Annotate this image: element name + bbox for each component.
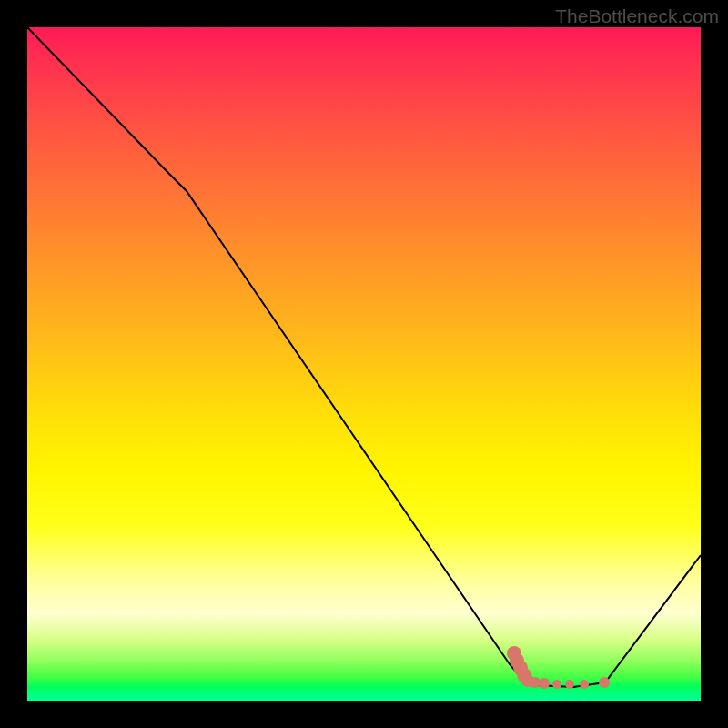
chart-curve: [27, 27, 701, 701]
chart-marker: [565, 680, 574, 689]
chart-marker: [599, 677, 610, 688]
chart-marker: [552, 680, 561, 689]
chart-marker: [539, 678, 550, 689]
watermark-text: TheBottleneck.com: [555, 5, 719, 27]
chart-marker: [580, 680, 589, 689]
chart-plot-area: [27, 27, 701, 701]
